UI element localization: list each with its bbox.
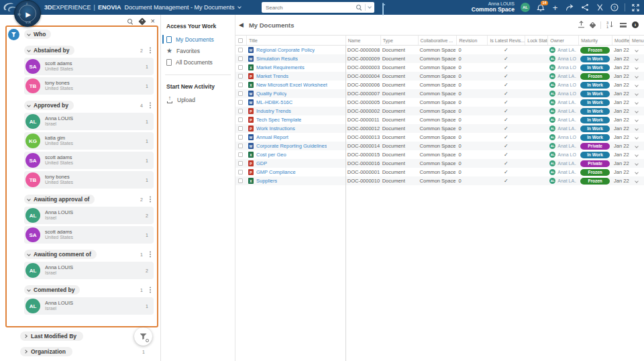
row-checkbox[interactable]: [238, 56, 243, 61]
column-header-type[interactable]: Type: [380, 36, 418, 45]
document-title-link[interactable]: Simulation Results: [256, 56, 298, 62]
row-menu-chevron-icon[interactable]: [635, 179, 639, 183]
filter-user-item[interactable]: ALAnna LOUISIsrael2: [24, 262, 154, 279]
nav-item-all-documents[interactable]: All Documents: [161, 56, 235, 68]
row-menu-chevron-icon[interactable]: [635, 127, 639, 131]
avatar[interactable]: AL: [521, 3, 530, 12]
chevron-down-icon[interactable]: [27, 48, 31, 52]
table-row[interactable]: WSimulation ResultsDOC-0000009DocumentCo…: [235, 54, 644, 63]
add-icon[interactable]: +: [551, 3, 559, 12]
owner-link[interactable]: Anna LO...: [557, 65, 576, 70]
row-menu-chevron-icon[interactable]: [635, 153, 639, 157]
search-options-chevron-icon[interactable]: [368, 5, 372, 9]
column-header-modifie[interactable]: Modifie: [612, 36, 629, 45]
filter-section-header[interactable]: Awaiting comment of1: [24, 250, 154, 259]
table-row[interactable]: XMarket RequirementsDOC-0000003DocumentC…: [235, 63, 644, 72]
row-menu-chevron-icon[interactable]: [635, 66, 639, 70]
table-row[interactable]: PIndustry TrendsDOC-0000002DocumentCommo…: [235, 107, 644, 115]
table-row[interactable]: PGDPDOC-0000016DocumentCommon Space0✓ALA…: [235, 159, 644, 168]
search-input[interactable]: [262, 5, 356, 11]
column-header-menu[interactable]: Menu: [629, 36, 644, 45]
column-header-owner[interactable]: Owner: [547, 36, 578, 45]
info-icon[interactable]: i: [632, 21, 639, 28]
table-row[interactable]: WAnnual ReportDOC-0000013DocumentCommon …: [235, 133, 644, 142]
document-title-link[interactable]: New Microsoft Excel Worksheet: [256, 82, 327, 88]
collapse-panel-icon[interactable]: ◀: [239, 21, 244, 28]
document-title-link[interactable]: Tech Spec Template: [256, 117, 301, 123]
filter-search-icon[interactable]: [127, 18, 133, 25]
filter-user-item[interactable]: KGkatia gimUnited States1: [24, 132, 154, 150]
row-menu-chevron-icon[interactable]: [635, 101, 639, 105]
owner-link[interactable]: Anna LO...: [557, 135, 576, 140]
filter-user-item[interactable]: ALAnna LOUISIsrael2: [24, 207, 154, 224]
clear-filter-button[interactable]: [134, 327, 152, 346]
owner-link[interactable]: Anat LA...: [557, 100, 576, 105]
chevron-right-icon[interactable]: [23, 350, 28, 354]
owner-link[interactable]: Anat LA...: [557, 161, 576, 166]
filter-section-header[interactable]: Commented by1: [24, 285, 154, 295]
kebab-menu-icon[interactable]: [150, 50, 151, 51]
table-row[interactable]: WRegional Corporate PolicyDOC-0000008Doc…: [235, 46, 644, 54]
row-checkbox[interactable]: [238, 135, 243, 140]
owner-link[interactable]: Anna LO...: [557, 152, 576, 157]
filter-close-icon[interactable]: ×: [151, 17, 155, 25]
filter-user-item[interactable]: SAscott adamsUnited States1: [24, 152, 154, 169]
app-menu-chevron-icon[interactable]: [238, 5, 242, 9]
filter-section-header[interactable]: Awaiting approval of2: [24, 195, 154, 204]
row-checkbox[interactable]: [238, 109, 243, 113]
column-header-maturity[interactable]: Maturity: [578, 36, 612, 45]
document-title-link[interactable]: Market Trends: [256, 73, 288, 79]
row-checkbox[interactable]: [238, 126, 243, 131]
row-menu-chevron-icon[interactable]: [635, 83, 639, 87]
row-menu-chevron-icon[interactable]: [635, 57, 639, 61]
filter-section-header[interactable]: Approved by4: [24, 101, 154, 110]
row-menu-chevron-icon[interactable]: [635, 162, 639, 166]
table-row[interactable]: PTech Spec TemplateDOC-0000011DocumentCo…: [235, 115, 644, 124]
owner-link[interactable]: Anat LA...: [557, 117, 576, 122]
export-icon[interactable]: [578, 19, 585, 31]
column-header-title[interactable]: Title: [246, 36, 345, 45]
filter-user-item[interactable]: ALAnna LOUISIsrael1: [24, 297, 154, 315]
row-menu-chevron-icon[interactable]: [635, 170, 639, 174]
owner-link[interactable]: Anat LA...: [557, 144, 576, 148]
chevron-down-icon[interactable]: [27, 32, 31, 36]
document-title-link[interactable]: Cost per Geo: [256, 152, 286, 158]
row-checkbox[interactable]: [238, 100, 243, 105]
select-all-checkbox[interactable]: [235, 36, 246, 45]
share-forward-icon[interactable]: [566, 3, 574, 12]
table-row[interactable]: XSuppliersDOC-0000010DocumentCommon Spac…: [235, 176, 644, 185]
kebab-menu-icon[interactable]: [150, 105, 151, 106]
document-title-link[interactable]: Regional Corporate Policy: [256, 47, 315, 53]
table-row[interactable]: PMarket TrendsDOC-0000004DocumentCommon …: [235, 72, 644, 81]
column-header-collaborative[interactable]: Collaborative ...: [418, 36, 457, 45]
table-row[interactable]: XCost per GeoDOC-0000015DocumentCommon S…: [235, 150, 644, 159]
document-title-link[interactable]: Quality Policy: [256, 91, 286, 97]
table-row[interactable]: WML-HDBK-516CDOC-0000005DocumentCommon S…: [235, 98, 644, 107]
filter-tag-icon[interactable]: [138, 17, 146, 25]
document-title-link[interactable]: GMP Compliance: [256, 169, 296, 175]
notifications-icon[interactable]: 14: [536, 3, 545, 12]
owner-link[interactable]: Anat LA...: [557, 126, 576, 131]
filter-group-header[interactable]: Who: [24, 30, 154, 39]
row-menu-chevron-icon[interactable]: [635, 118, 639, 122]
column-header-is-latest-revis[interactable]: Is Latest Revis...: [487, 36, 525, 45]
document-title-link[interactable]: Work Instructions: [256, 125, 295, 132]
chevron-down-icon[interactable]: [27, 197, 31, 201]
kebab-menu-icon[interactable]: [150, 254, 151, 255]
table-row[interactable]: WCorporate Reporting GuidelinesDOC-00000…: [235, 142, 644, 150]
row-checkbox[interactable]: [238, 152, 243, 157]
row-menu-chevron-icon[interactable]: [635, 144, 639, 148]
filter-funnel-badge[interactable]: [8, 29, 19, 40]
filter-user-item[interactable]: TBtony bonesUnited States1: [24, 171, 154, 189]
owner-link[interactable]: Anna LO...: [557, 83, 576, 87]
row-checkbox[interactable]: [238, 178, 243, 183]
chevron-right-icon[interactable]: [23, 334, 28, 338]
filter-section-header[interactable]: Abstained by2: [24, 46, 154, 55]
table-row[interactable]: PWork InstructionsDOC-0000012DocumentCom…: [235, 124, 644, 133]
owner-link[interactable]: Anna LO...: [557, 56, 576, 61]
table-row[interactable]: WQuality PolicyDOC-0000007DocumentCommon…: [235, 89, 644, 98]
document-title-link[interactable]: GDP: [256, 160, 267, 166]
chevron-down-icon[interactable]: [27, 252, 31, 256]
chevron-down-icon[interactable]: [27, 288, 31, 292]
filter-user-item[interactable]: SAscott adamsUnited States1: [24, 58, 154, 75]
